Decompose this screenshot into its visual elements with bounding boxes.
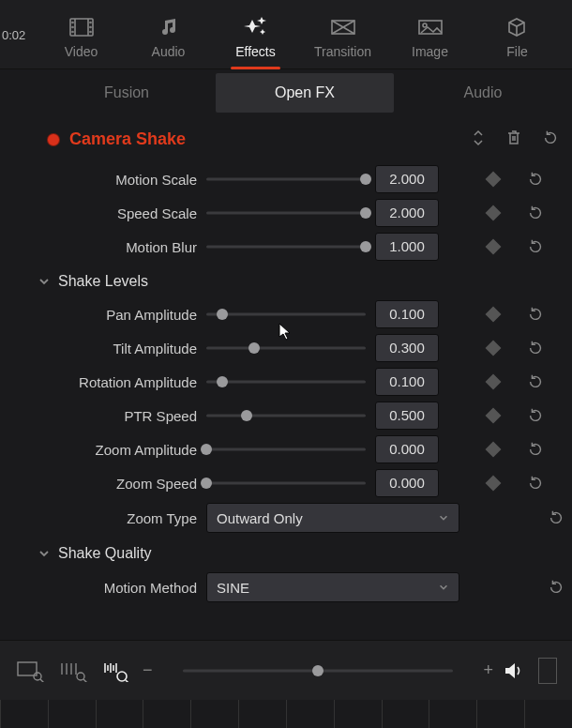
reset-effect-icon[interactable] [542,129,559,149]
motion-method-label: Motion Method [38,580,197,596]
tab-effects[interactable]: Effects [212,7,299,68]
svg-point-8 [90,32,91,33]
subtab-fusion[interactable]: Fusion [38,73,216,113]
param-label: Tilt Amplitude [38,341,197,356]
reset-icon[interactable] [521,441,549,458]
param-rotation-amplitude: Rotation Amplitude0.100 [38,365,559,399]
timecode: 0:02 [2,28,25,42]
zoom-mode-3-icon[interactable] [101,656,133,686]
video-icon [68,16,95,38]
timeline-zoom-bar: − + [0,640,572,700]
slider[interactable] [206,406,366,425]
zoom-in-button[interactable]: + [474,660,503,680]
section-shake-quality[interactable]: Shake Quality [38,536,559,569]
keyframe-diamond[interactable] [474,309,512,320]
slider[interactable] [206,305,366,324]
keyframe-diamond[interactable] [474,444,512,455]
slider[interactable] [206,204,366,222]
svg-point-5 [72,32,73,33]
param-speed-scale: Speed Scale2.000 [38,196,559,230]
value-input[interactable]: 0.100 [375,368,439,396]
keyframe-diamond[interactable] [474,478,512,489]
keyframe-diamond[interactable] [474,342,512,354]
svg-line-30 [126,680,129,682]
value-input[interactable]: 0.100 [375,300,439,328]
timeline-ruler[interactable] [0,700,572,728]
zoom-slider[interactable] [183,661,454,680]
keyframe-diamond[interactable] [474,207,512,219]
param-label: Zoom Amplitude [38,442,197,458]
param-label: Rotation Amplitude [38,374,197,390]
slider[interactable] [206,474,366,493]
tab-audio[interactable]: Audio [125,7,212,68]
tab-video[interactable]: Video [38,7,125,68]
param-label: Motion Blur [38,239,197,255]
reset-icon[interactable] [521,475,549,492]
reset-icon[interactable] [521,238,549,255]
keyframe-diamond[interactable] [474,376,512,387]
param-label: Zoom Speed [38,476,197,492]
slider[interactable] [206,339,366,357]
svg-point-6 [90,23,91,23]
chevron-down-icon [38,275,51,288]
keyframe-diamond[interactable] [474,174,512,185]
value-input[interactable]: 2.000 [375,165,439,193]
effect-enabled-dot[interactable] [47,133,60,146]
svg-point-7 [90,27,91,28]
tab-file[interactable]: File [474,7,561,68]
svg-point-4 [72,27,73,28]
value-input[interactable]: 0.000 [375,435,439,463]
reset-icon[interactable] [521,373,549,390]
keyframe-diamond[interactable] [474,241,512,252]
svg-point-3 [72,23,73,23]
keyframe-diamond[interactable] [474,410,512,421]
reset-icon[interactable] [521,340,549,356]
chevron-down-icon [438,580,449,596]
svg-point-13 [423,23,427,27]
effects-subtabs: FusionOpen FXAudio [38,73,572,113]
slider[interactable] [206,372,366,391]
reset-icon[interactable] [542,509,570,526]
subtab-audio[interactable]: Audio [394,73,572,113]
slider[interactable] [206,170,366,189]
trash-icon[interactable] [506,129,521,149]
tab-image[interactable]: Image [386,7,474,68]
param-tilt-amplitude: Tilt Amplitude0.300 [38,331,559,365]
motion-method-select[interactable]: SINE [206,572,459,602]
svg-point-22 [77,673,84,680]
value-input[interactable]: 0.500 [375,402,439,430]
effect-header: Camera Shake [38,126,559,162]
svg-line-23 [83,679,87,682]
zoom-out-button[interactable]: − [133,660,162,680]
param-label: Speed Scale [38,205,197,221]
tab-transition[interactable]: Transition [299,7,386,68]
volume-icon[interactable] [503,660,525,681]
transition-icon [330,16,356,38]
reset-icon[interactable] [521,205,549,221]
svg-point-29 [117,672,127,681]
zoom-mode-2-icon[interactable] [58,656,90,686]
reset-icon[interactable] [542,579,570,596]
reset-icon[interactable] [521,306,549,323]
param-label: Motion Scale [38,172,197,188]
zoom-type-select[interactable]: Outward Only [206,503,459,533]
value-input[interactable]: 0.000 [375,469,439,497]
value-input[interactable]: 2.000 [375,199,439,227]
reset-icon[interactable] [521,171,549,188]
param-ptr-speed: PTR Speed0.500 [38,399,559,432]
slider[interactable] [206,440,366,459]
zoom-mode-1-icon[interactable] [15,656,47,686]
effects-icon [243,16,269,38]
slider[interactable] [206,237,366,256]
zoom-type-label: Zoom Type [38,510,197,526]
param-label: PTR Speed [38,408,197,424]
chevron-down-icon [438,510,449,526]
param-motion-blur: Motion Blur1.000 [38,230,559,264]
subtab-open-fx[interactable]: Open FX [216,73,394,113]
value-input[interactable]: 1.000 [375,233,439,261]
svg-line-17 [40,679,44,682]
value-input[interactable]: 0.300 [375,334,439,362]
reset-icon[interactable] [521,407,549,424]
section-shake-levels[interactable]: Shake Levels [38,264,559,297]
collapse-expand-icon[interactable] [471,129,486,149]
